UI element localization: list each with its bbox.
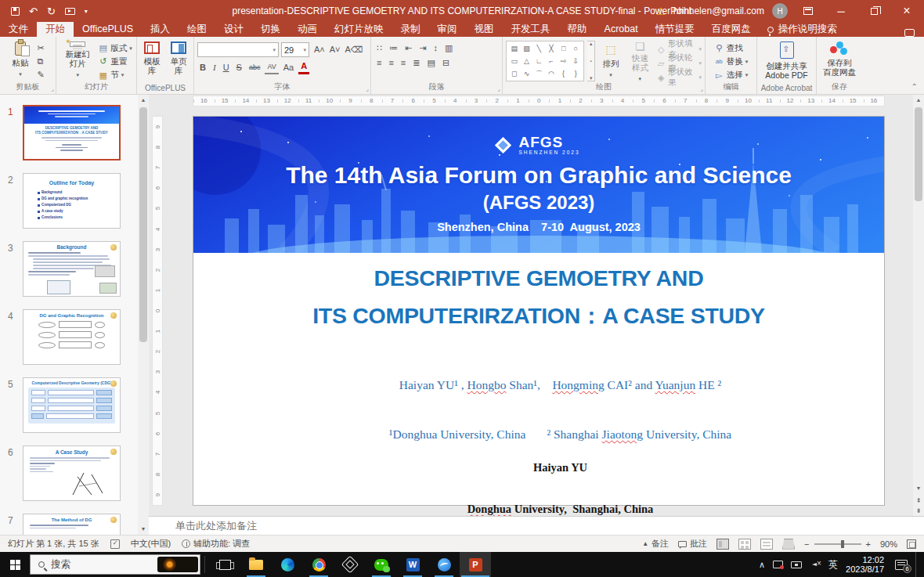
glyph-icon[interactable]: ○ [569, 42, 582, 55]
arrange-button[interactable]: ⬚ 排列▾ [598, 40, 623, 81]
notes-toggle[interactable]: ▲备注 [642, 538, 669, 550]
comments-toggle[interactable]: 批注 [678, 538, 707, 550]
glyph-icon[interactable]: ≔ [387, 42, 400, 54]
chrome-button[interactable] [303, 552, 334, 577]
slide-thumbnail-1[interactable]: DESCRIPTIVE GEMOETRY ANDITS COMPUTERIRZA… [23, 105, 121, 160]
glyph-icon[interactable]: ▥ [442, 42, 455, 54]
avatar[interactable]: H [772, 3, 788, 19]
reading-view-button[interactable] [760, 539, 773, 550]
taskbar-search-box[interactable]: 搜索 [30, 554, 200, 575]
notes-placeholder[interactable]: 单击此处添加备注 [175, 519, 257, 533]
glyph-icon[interactable]: I [211, 62, 218, 74]
slide-sorter-view-button[interactable] [738, 539, 751, 550]
glyph-icon[interactable]: ↕ [431, 42, 440, 54]
ribbon-tab-动画[interactable]: 动画 [289, 22, 326, 37]
glyph-icon[interactable]: ≡ [386, 57, 395, 69]
scroll-down-icon[interactable]: ▼ [138, 524, 149, 535]
new-slide-button[interactable]: 新建幻灯片▾ [60, 40, 95, 81]
ribbon-tab-开发工具[interactable]: 开发工具 [503, 22, 559, 37]
slide-thumbnail-7[interactable]: The Method of DG [23, 514, 121, 535]
ribbon-tab-OfficePLUS[interactable]: OfficePLUS [74, 22, 142, 37]
glyph-icon[interactable]: ⊟ [440, 57, 452, 69]
glyph-icon[interactable]: B [197, 62, 208, 74]
redo-icon[interactable]: ↻ [47, 6, 56, 16]
undo-icon[interactable]: ↶ [29, 6, 38, 16]
glyph-icon[interactable]: ⇩ [569, 55, 582, 67]
save-icon[interactable] [11, 7, 20, 16]
font-name-combo[interactable]: ▾ [197, 42, 279, 57]
restore-button[interactable] [861, 0, 886, 22]
glyph-icon[interactable]: S [234, 62, 244, 74]
glyph-icon[interactable]: ▭ [508, 55, 521, 67]
minimize-button[interactable]: ─ [828, 0, 854, 22]
glyph-icon[interactable]: A˄ [312, 44, 327, 56]
glyph-icon[interactable]: ∟ [532, 55, 545, 67]
ribbon-tab-插入[interactable]: 插入 [142, 22, 179, 37]
start-button[interactable] [0, 552, 30, 577]
template-library-button[interactable]: 模板库 [140, 40, 164, 81]
glyph-icon[interactable]: abc [247, 62, 263, 74]
zoom-slider-knob[interactable] [841, 540, 844, 548]
main-scrollbar[interactable]: ▲ ▼ ⇞ ⇟ [913, 95, 924, 516]
previous-slide-button[interactable]: ⇞ [913, 496, 924, 506]
baidu-netdisk-button[interactable] [428, 552, 460, 577]
glyph-icon[interactable]: ≣ [410, 57, 422, 69]
notification-center-icon[interactable]: 6 [895, 560, 908, 570]
edge-button[interactable] [272, 552, 303, 577]
glyph-icon[interactable]: ╲ [532, 42, 545, 55]
spell-check-icon[interactable] [110, 539, 120, 549]
glyph-icon[interactable]: U [221, 62, 232, 74]
ribbon-tab-文件[interactable]: 文件 [0, 22, 37, 37]
zoom-percentage[interactable]: 90% [880, 539, 897, 549]
word-button[interactable]: W [397, 552, 428, 577]
clipboard-dialog-launcher[interactable]: ⌟ [51, 85, 54, 92]
glyph-icon[interactable]: ◻ [508, 67, 521, 80]
glyph-icon[interactable]: A [298, 60, 309, 74]
shapes-gallery[interactable]: ▤▧╲╳□○▭△∟⌐⇨⇩◻∿⌒◠{} [506, 41, 584, 81]
zoom-control[interactable]: − + [804, 539, 871, 549]
glyph-icon[interactable]: □ [558, 42, 570, 55]
scroll-down-icon[interactable]: ▼ [913, 483, 924, 494]
start-slideshow-icon[interactable] [65, 8, 75, 15]
tell-me-search[interactable]: 操作说明搜索 [767, 22, 837, 37]
ribbon-tab-录制[interactable]: 录制 [392, 22, 429, 37]
ribbon-tab-设计[interactable]: 设计 [215, 22, 252, 37]
reset-button[interactable]: ↺重置 [98, 56, 132, 67]
collapse-ribbon-icon[interactable]: ⌃ [911, 82, 918, 91]
glyph-icon[interactable]: ⇤ [402, 42, 414, 54]
paste-button[interactable]: 粘贴▾ [9, 40, 31, 81]
horizontal-ruler[interactable]: 1615141312111098765432101234567891011121… [193, 96, 885, 106]
vertical-ruler[interactable]: 9876543210123456789 [152, 116, 163, 506]
slide-thumbnail-5[interactable]: Computerized Descriptive Geometry (CDG) [23, 377, 121, 433]
zoom-out-icon[interactable]: − [804, 539, 809, 549]
glyph-icon[interactable]: ≡ [399, 57, 408, 69]
drawing-dialog-launcher[interactable]: ⌟ [700, 85, 703, 92]
glyph-icon[interactable]: A˅ [327, 44, 343, 56]
ribbon-tab-切换[interactable]: 切换 [252, 22, 289, 37]
glyph-icon[interactable]: ∿ [521, 67, 533, 80]
ribbon-tab-审阅[interactable]: 审阅 [429, 22, 466, 37]
glyph-icon[interactable]: A⌫ [343, 44, 366, 56]
find-button[interactable]: ⚲查找 [714, 42, 749, 54]
glyph-icon[interactable]: ▤ [424, 57, 437, 69]
warning-icon[interactable]: ⚠ [656, 5, 666, 17]
accessibility-status[interactable]: 辅助功能: 调查 [182, 538, 250, 550]
wechat-button[interactable] [366, 552, 397, 577]
create-pdf-button[interactable]: 创建并共享Adobe PDF [762, 40, 810, 81]
slide-thumbnail-6[interactable]: A Case Study [23, 445, 121, 501]
customize-qat-icon[interactable]: ▾ [85, 6, 88, 16]
ribbon-tab-幻灯片放映[interactable]: 幻灯片放映 [326, 22, 392, 37]
glyph-icon[interactable]: ⌒ [532, 67, 545, 80]
slide-thumbnail-2[interactable]: Outline for Today BackgroundDG and graph… [23, 173, 121, 229]
ribbon-tab-开始[interactable]: 开始 [37, 22, 74, 37]
page-library-button[interactable]: 单页库 [167, 40, 190, 81]
scrollbar-thumb[interactable] [139, 107, 147, 342]
file-explorer-button[interactable] [240, 552, 272, 577]
format-painter-icon[interactable]: ✎ [34, 69, 46, 81]
save-to-baidu-button[interactable]: 保存到百度网盘 [820, 40, 859, 81]
slideshow-view-button[interactable] [782, 539, 795, 550]
paragraph-dialog-launcher[interactable]: ⌟ [497, 85, 500, 92]
quick-styles-button[interactable]: ❏ 快速样式▾ [626, 40, 654, 81]
powerpoint-button[interactable]: P [460, 552, 491, 577]
glyph-icon[interactable]: AV [265, 61, 278, 74]
